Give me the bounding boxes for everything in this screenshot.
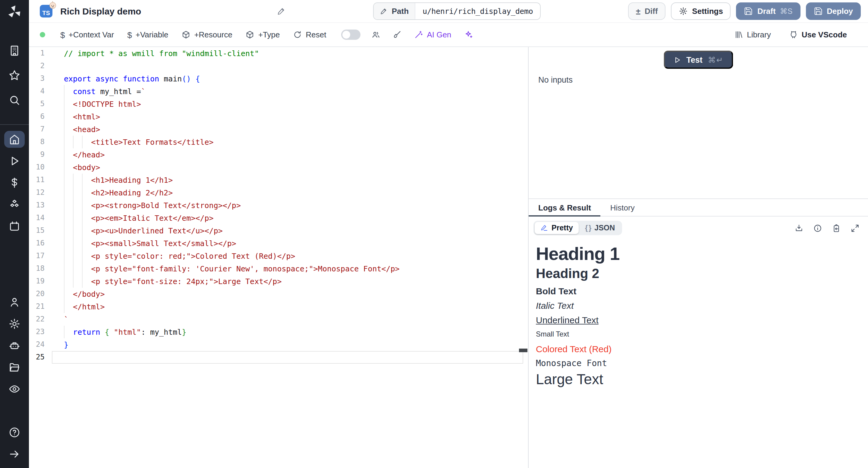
add-context-var-button[interactable]: $ +Context Var [54,30,121,39]
code-line[interactable]: 19<p style="font-size: 24px;">Large Text… [29,275,528,288]
line-number[interactable]: 17 [29,250,52,262]
line-number[interactable]: 22 [29,313,52,326]
line-number[interactable]: 6 [29,110,52,123]
code-line[interactable]: 10<body> [29,161,528,174]
library-button[interactable]: Library [727,30,778,39]
info-icon[interactable] [813,224,822,233]
use-vscode-button[interactable]: Use VScode [782,30,854,39]
view-pretty-button[interactable]: Pretty [535,222,579,234]
code-line-text[interactable]: <head> [52,123,528,136]
code-line[interactable]: 2 [29,60,528,72]
line-number[interactable]: 12 [29,186,52,199]
line-number[interactable]: 15 [29,224,52,237]
code-line-text[interactable]: <p><small>Small Text</small></p> [52,237,528,250]
line-number[interactable]: 1 [29,47,52,60]
code-line[interactable]: 25 [29,351,528,364]
line-number[interactable]: 7 [29,123,52,136]
collab-toggle[interactable] [341,30,361,40]
sidebar-expand-button[interactable] [4,446,25,463]
sidebar-item-home[interactable] [4,131,25,148]
code-line-text[interactable]: </body> [52,288,528,300]
line-number[interactable]: 14 [29,212,52,224]
code-line-text[interactable]: <h1>Heading 1</h1> [52,174,528,186]
code-line[interactable]: 24} [29,338,528,351]
sidebar-item-folders[interactable] [4,359,25,376]
ai-gen-button[interactable]: AI Gen [407,30,458,39]
line-number[interactable]: 9 [29,148,52,161]
code-line-text[interactable]: ` [52,313,528,326]
line-number[interactable]: 11 [29,174,52,186]
sidebar-item-schedules[interactable] [4,218,25,235]
code-line-text[interactable]: <!DOCTYPE html> [52,98,528,110]
code-line[interactable]: 4const my_html =` [29,85,528,98]
code-line-text[interactable]: <p><em>Italic Text</em></p> [52,212,528,224]
expand-icon[interactable] [850,224,860,233]
code-line[interactable]: 21</html> [29,300,528,313]
code-line[interactable]: 5<!DOCTYPE html> [29,98,528,110]
sidebar-item-resources[interactable] [4,196,25,213]
reset-button[interactable]: Reset [286,30,333,39]
code-line[interactable]: 23return { "html": my_html} [29,326,528,338]
windmill-logo-icon[interactable] [7,4,22,22]
code-line-text[interactable] [52,351,523,364]
line-number[interactable]: 8 [29,136,52,148]
ai-sparkles-button[interactable] [458,30,479,39]
sidebar-item-favorites[interactable] [4,67,25,84]
code-line[interactable]: 12<h2>Heading 2</h2> [29,186,528,199]
download-icon[interactable] [795,224,804,233]
code-line-text[interactable]: <p style="color: red;">Colored Text (Red… [52,250,528,262]
sidebar-item-search[interactable] [4,92,25,109]
format-button[interactable] [386,30,407,39]
sidebar-item-runs[interactable] [4,153,25,170]
code-line-text[interactable]: <html> [52,110,528,123]
sidebar-item-help[interactable] [4,424,25,441]
code-line-text[interactable] [52,60,528,72]
code-line[interactable]: 1// import * as wmill from "windmill-cli… [29,47,528,60]
code-line-text[interactable]: <p style="font-family: 'Courier New', mo… [52,262,528,275]
code-editor[interactable]: 1// import * as wmill from "windmill-cli… [29,47,529,468]
draft-button[interactable]: Draft ⌘S [736,2,800,20]
code-line[interactable]: 7<head> [29,123,528,136]
sidebar-item-workspace[interactable] [4,42,25,59]
tab-logs-result[interactable]: Logs & Result [529,199,601,216]
line-number[interactable]: 10 [29,161,52,174]
view-json-button[interactable]: { } JSON [579,222,621,234]
edit-title-icon[interactable] [277,7,286,16]
code-line[interactable]: 20</body> [29,288,528,300]
line-number[interactable]: 19 [29,275,52,288]
code-line-text[interactable]: <p style="font-size: 24px;">Large Text</… [52,275,528,288]
line-number[interactable]: 23 [29,326,52,338]
code-line-text[interactable]: const my_html =` [52,85,528,98]
deploy-button[interactable]: Deploy [806,2,861,20]
code-line[interactable]: 17<p style="color: red;">Colored Text (R… [29,250,528,262]
code-line[interactable]: 18<p style="font-family: 'Courier New', … [29,262,528,275]
add-resource-button[interactable]: +Resource [175,30,239,39]
tab-history[interactable]: History [601,199,644,216]
code-line[interactable]: 14<p><em>Italic Text</em></p> [29,212,528,224]
code-line-text[interactable]: <p><u>Underlined Text</u></p> [52,224,528,237]
code-line[interactable]: 6<html> [29,110,528,123]
code-line-text[interactable]: } [52,338,528,351]
path-value[interactable]: u/henri/rich_display_demo [415,3,540,19]
line-number[interactable]: 13 [29,199,52,212]
code-line-text[interactable]: </head> [52,148,528,161]
code-line[interactable]: 22` [29,313,528,326]
line-number[interactable]: 16 [29,237,52,250]
line-number[interactable]: 20 [29,288,52,300]
test-button[interactable]: Test ⌘↵ [663,51,733,69]
sidebar-item-audit[interactable] [4,381,25,398]
line-number[interactable]: 4 [29,85,52,98]
line-number[interactable]: 21 [29,300,52,313]
sidebar-item-workers[interactable] [4,337,25,354]
multiplayer-button[interactable] [365,30,386,39]
code-line-text[interactable]: <body> [52,161,528,174]
code-line-text[interactable]: <h2>Heading 2</h2> [52,186,528,199]
clipboard-copy-icon[interactable] [832,224,841,233]
code-line-text[interactable]: export async function main() { [52,72,528,85]
line-number[interactable]: 5 [29,98,52,110]
code-line[interactable]: 16<p><small>Small Text</small></p> [29,237,528,250]
line-number[interactable]: 18 [29,262,52,275]
settings-button[interactable]: Settings [671,2,731,20]
sidebar-item-users[interactable] [4,294,25,311]
line-number[interactable]: 2 [29,60,52,72]
